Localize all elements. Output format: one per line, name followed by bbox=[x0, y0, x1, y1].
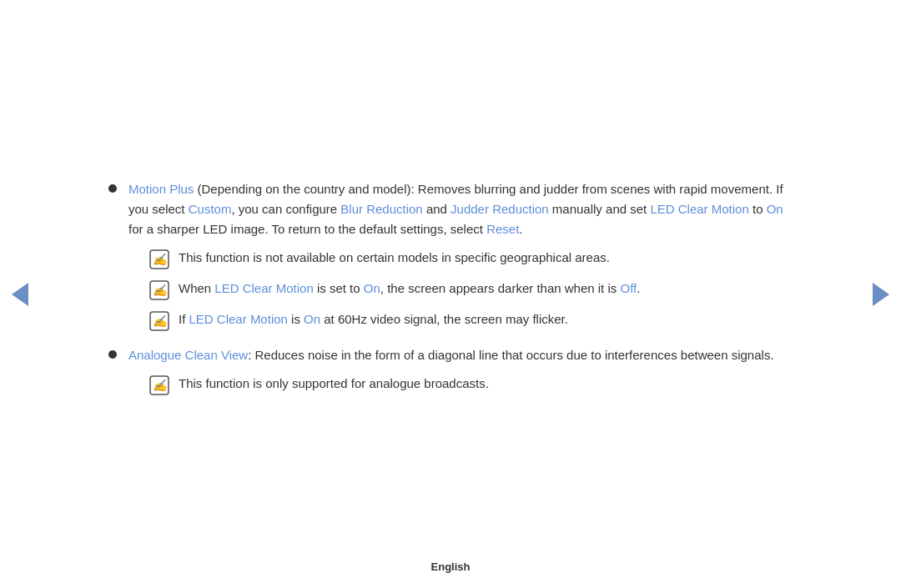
prev-page-button[interactable] bbox=[8, 283, 32, 306]
motion-plus-description: Motion Plus (Depending on the country an… bbox=[128, 179, 793, 239]
bullet-dot-2 bbox=[108, 350, 117, 359]
analogue-clean-view-text: : Reduces noise in the form of a diagona… bbox=[248, 348, 773, 362]
led-clear-motion-link3: LED Clear Motion bbox=[189, 312, 288, 326]
footer: English bbox=[431, 560, 471, 573]
list-item-motion-plus: Motion Plus (Depending on the country an… bbox=[108, 179, 793, 332]
motion-plus-text7: . bbox=[519, 222, 522, 236]
svg-text:✍: ✍ bbox=[152, 379, 170, 393]
motion-plus-text4: manually and set bbox=[549, 202, 651, 216]
bullet-dot bbox=[108, 184, 117, 193]
on-link2: On bbox=[364, 281, 380, 295]
notes-section: ✍ This function is not available on cert… bbox=[148, 248, 793, 332]
svg-text:✍: ✍ bbox=[152, 253, 170, 267]
main-content: Motion Plus (Depending on the country an… bbox=[92, 146, 809, 443]
page-container: Motion Plus (Depending on the country an… bbox=[0, 0, 901, 588]
motion-plus-text2: , you can configure bbox=[231, 202, 340, 216]
svg-text:✍: ✍ bbox=[152, 284, 170, 298]
note-icon-3: ✍ bbox=[148, 310, 170, 332]
note-darker-screen: ✍ When LED Clear Motion is set to On, th… bbox=[148, 279, 793, 301]
note-geographical: ✍ This function is not available on cert… bbox=[148, 248, 793, 270]
right-arrow-icon bbox=[873, 283, 889, 306]
motion-plus-text6: for a sharper LED image. To return to th… bbox=[128, 222, 486, 236]
off-link: Off bbox=[620, 281, 637, 295]
led-clear-motion-link2: LED Clear Motion bbox=[214, 281, 313, 295]
note-darker-screen-text: When LED Clear Motion is set to On, the … bbox=[179, 279, 793, 299]
footer-language: English bbox=[431, 560, 471, 573]
note-icon-2: ✍ bbox=[148, 279, 170, 301]
note-flicker-text: If LED Clear Motion is On at 60Hz video … bbox=[179, 309, 793, 329]
on-link3: On bbox=[304, 312, 320, 326]
left-arrow-icon bbox=[12, 283, 28, 306]
note-icon-4: ✍ bbox=[148, 374, 170, 396]
svg-text:✍: ✍ bbox=[152, 314, 170, 329]
reset-link: Reset bbox=[486, 222, 519, 236]
motion-plus-text5: to bbox=[749, 202, 767, 216]
note-analogue-broadcasts: ✍ This function is only supported for an… bbox=[148, 374, 793, 396]
note-flicker: ✍ If LED Clear Motion is On at 60Hz vide… bbox=[148, 309, 793, 332]
note-geographical-text: This function is not available on certai… bbox=[179, 248, 793, 268]
motion-plus-text3: and bbox=[423, 202, 450, 216]
judder-reduction-link: Judder Reduction bbox=[450, 202, 549, 216]
feature-list: Motion Plus (Depending on the country an… bbox=[108, 179, 793, 396]
blur-reduction-link: Blur Reduction bbox=[340, 202, 422, 216]
led-clear-motion-link1: LED Clear Motion bbox=[650, 202, 748, 216]
next-page-button[interactable] bbox=[869, 283, 893, 306]
note-analogue-broadcasts-text: This function is only supported for anal… bbox=[179, 374, 793, 394]
analogue-clean-view-description: Analogue Clean View: Reduces noise in th… bbox=[128, 345, 793, 365]
analogue-clean-view-term: Analogue Clean View bbox=[128, 348, 248, 362]
analogue-notes-section: ✍ This function is only supported for an… bbox=[148, 374, 793, 396]
list-item-analogue-clean-view: Analogue Clean View: Reduces noise in th… bbox=[108, 345, 793, 396]
analogue-clean-view-content: Analogue Clean View: Reduces noise in th… bbox=[128, 345, 793, 396]
custom-link: Custom bbox=[189, 202, 232, 216]
on-link1: On bbox=[767, 202, 783, 216]
motion-plus-term: Motion Plus bbox=[128, 182, 194, 196]
motion-plus-content: Motion Plus (Depending on the country an… bbox=[128, 179, 793, 332]
note-icon-1: ✍ bbox=[148, 249, 170, 270]
